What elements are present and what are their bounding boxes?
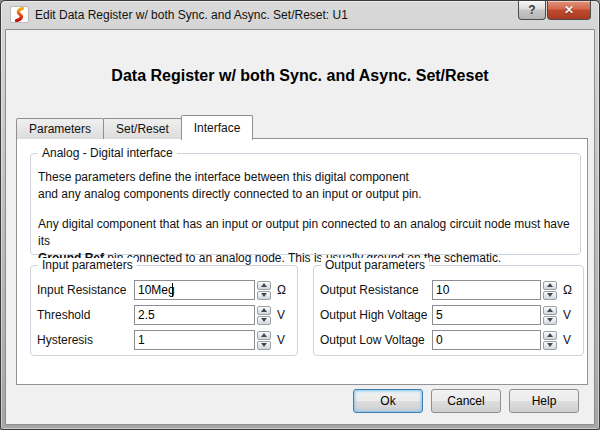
- titlebar-help-button[interactable]: ?: [518, 1, 546, 20]
- titlebar-close-button[interactable]: ✕: [547, 1, 591, 20]
- help-button[interactable]: Help: [509, 389, 579, 413]
- ohm-unit-label: Ω: [563, 283, 577, 297]
- group-title: Input parameters: [38, 258, 137, 272]
- spinner-down-icon[interactable]: [257, 341, 271, 350]
- tab-set-reset[interactable]: Set/Reset: [103, 118, 182, 139]
- hysteresis-field[interactable]: [134, 330, 255, 350]
- spinner-up-icon[interactable]: [543, 331, 557, 340]
- analog-digital-interface-group: Analog - Digital interface These paramet…: [30, 153, 581, 255]
- page-title: Data Register w/ both Sync. and Async. S…: [6, 67, 594, 85]
- output-resistance-field[interactable]: [432, 280, 541, 300]
- threshold-spinner: [257, 306, 271, 325]
- spinner-up-icon[interactable]: [257, 331, 271, 340]
- output-low-voltage-row: Output Low Voltage V: [320, 330, 577, 350]
- question-icon: ?: [528, 3, 535, 17]
- app-logo-icon: [10, 6, 29, 23]
- output-high-voltage-row: Output High Voltage V: [320, 305, 577, 325]
- output-high-voltage-field[interactable]: [432, 305, 541, 325]
- interface-tab-page: Analog - Digital interface These paramet…: [16, 138, 588, 385]
- output-low-voltage-spinner: [543, 331, 557, 350]
- group-title: Analog - Digital interface: [38, 146, 177, 160]
- spinner-up-icon[interactable]: [257, 306, 271, 315]
- tab-interface[interactable]: Interface: [181, 115, 254, 140]
- output-resistance-row: Output Resistance Ω: [320, 280, 577, 300]
- spinner-down-icon[interactable]: [543, 341, 557, 350]
- close-icon: ✕: [564, 3, 574, 17]
- volt-unit-label: V: [277, 308, 291, 322]
- spinner-up-icon[interactable]: [543, 306, 557, 315]
- output-low-voltage-field[interactable]: [432, 330, 541, 350]
- hysteresis-spinner: [257, 331, 271, 350]
- threshold-label: Threshold: [37, 308, 134, 322]
- input-resistance-label: Input Resistance: [37, 283, 134, 297]
- title-bar[interactable]: Edit Data Register w/ both Sync. and Asy…: [1, 1, 599, 29]
- dialog-client-area: Data Register w/ both Sync. and Async. S…: [5, 29, 595, 425]
- output-resistance-label: Output Resistance: [320, 283, 432, 297]
- spinner-down-icon[interactable]: [543, 316, 557, 325]
- volt-unit-label: V: [277, 333, 291, 347]
- output-resistance-spinner: [543, 281, 557, 300]
- spinner-down-icon[interactable]: [543, 291, 557, 300]
- input-resistance-spinner: [257, 281, 271, 300]
- interface-description-paragraph-1: These parameters define the interface be…: [38, 169, 570, 203]
- output-high-voltage-label: Output High Voltage: [320, 308, 432, 322]
- cancel-button[interactable]: Cancel: [431, 389, 501, 413]
- tab-parameters[interactable]: Parameters: [16, 118, 104, 139]
- output-high-voltage-spinner: [543, 306, 557, 325]
- group-title: Output parameters: [321, 258, 429, 272]
- dialog-window: Edit Data Register w/ both Sync. and Asy…: [0, 0, 600, 430]
- output-parameters-group: Output parameters Output Resistance Ω Ou…: [313, 265, 584, 356]
- ok-button[interactable]: Ok: [353, 389, 423, 413]
- tab-bar: Parameters Set/Reset Interface: [16, 114, 252, 139]
- input-parameters-group: Input parameters Input Resistance Ω Thre…: [30, 265, 298, 356]
- ohm-unit-label: Ω: [277, 283, 291, 297]
- input-resistance-row: Input Resistance Ω: [37, 280, 291, 300]
- threshold-field[interactable]: [134, 305, 255, 325]
- dialog-button-row: Ok Cancel Help: [353, 389, 579, 413]
- input-resistance-field[interactable]: [134, 280, 255, 300]
- spinner-down-icon[interactable]: [257, 291, 271, 300]
- hysteresis-label: Hysteresis: [37, 333, 134, 347]
- window-title: Edit Data Register w/ both Sync. and Asy…: [35, 8, 348, 22]
- volt-unit-label: V: [563, 333, 577, 347]
- threshold-row: Threshold V: [37, 305, 291, 325]
- output-low-voltage-label: Output Low Voltage: [320, 333, 432, 347]
- spinner-up-icon[interactable]: [257, 281, 271, 290]
- spinner-down-icon[interactable]: [257, 316, 271, 325]
- volt-unit-label: V: [563, 308, 577, 322]
- hysteresis-row: Hysteresis V: [37, 330, 291, 350]
- spinner-up-icon[interactable]: [543, 281, 557, 290]
- text-caret: [172, 283, 173, 297]
